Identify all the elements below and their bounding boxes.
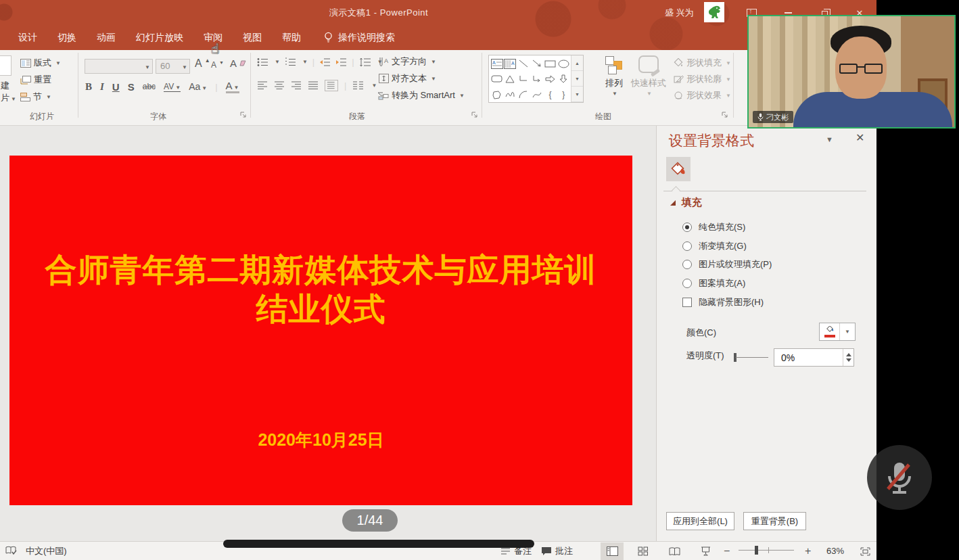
shape-curve-icon[interactable]: [532, 90, 542, 99]
transparency-value-box[interactable]: 0%: [774, 348, 854, 367]
shape-vertical-textbox-icon[interactable]: A: [504, 59, 516, 69]
zoom-slider-rail[interactable]: [739, 550, 794, 551]
option-picture-texture-fill[interactable]: 图片或纹理填充(P): [682, 258, 772, 271]
zoom-in-button[interactable]: +: [805, 542, 811, 560]
pane-close-icon[interactable]: ✕: [856, 131, 864, 144]
arrange-button[interactable]: 排列 ▼: [601, 55, 628, 97]
tab-slideshow[interactable]: 幻灯片放映: [126, 25, 193, 50]
shapes-scroll-up[interactable]: ▲: [571, 55, 583, 71]
reading-view-button[interactable]: [663, 542, 686, 560]
horizontal-scrollbar-thumb[interactable]: [223, 540, 534, 548]
zoom-level[interactable]: 63%: [826, 542, 844, 560]
pane-options-chevron-icon[interactable]: ▼: [826, 135, 833, 143]
italic-button[interactable]: I: [100, 81, 104, 93]
new-slide-label-partial-2[interactable]: 片▼: [1, 92, 16, 104]
spinner-down-icon[interactable]: [846, 358, 851, 362]
columns-caret[interactable]: ▼: [371, 83, 377, 89]
drawing-dialog-launcher[interactable]: [721, 111, 728, 118]
zoom-slider-handle[interactable]: [755, 546, 758, 555]
shape-right-brace-icon[interactable]: }: [562, 90, 565, 99]
decrease-indent-icon[interactable]: [319, 57, 331, 67]
shape-oval-icon[interactable]: [558, 60, 569, 68]
slideshow-view-button[interactable]: [694, 542, 717, 560]
fit-to-window-button[interactable]: [853, 542, 876, 560]
tab-help[interactable]: 帮助: [272, 25, 311, 50]
shape-arrow-icon[interactable]: [532, 59, 542, 68]
normal-view-button[interactable]: [601, 542, 624, 560]
bold-button[interactable]: B: [85, 81, 92, 93]
zoom-out-button[interactable]: −: [724, 542, 730, 560]
quick-styles-button[interactable]: 快速样式 ▼: [629, 55, 668, 97]
shape-outline-button[interactable]: 形状轮廓▼: [674, 73, 731, 85]
shape-down-arrow-icon[interactable]: [559, 74, 568, 84]
webcam-overlay[interactable]: 刁文彬: [747, 15, 956, 129]
radio-icon[interactable]: [682, 260, 692, 269]
tab-animations[interactable]: 动画: [87, 25, 126, 50]
layout-button[interactable]: 版式▼: [20, 57, 61, 69]
slide-date[interactable]: 2020年10月25日: [9, 429, 632, 451]
font-dialog-launcher[interactable]: [239, 111, 247, 118]
new-slide-label-partial-1[interactable]: 建: [1, 80, 9, 92]
font-size-combo[interactable]: 60▼: [156, 59, 190, 74]
line-spacing-icon[interactable]: [359, 57, 371, 67]
bullets-icon[interactable]: [257, 57, 268, 67]
shape-arc-icon[interactable]: [518, 90, 529, 99]
text-shadow-button[interactable]: S: [128, 81, 135, 93]
character-spacing-button[interactable]: AV▼: [164, 82, 181, 92]
color-dropdown-caret[interactable]: ▼: [845, 329, 850, 335]
reset-button[interactable]: 重置: [20, 74, 51, 86]
radio-icon[interactable]: [682, 279, 692, 288]
color-picker-button[interactable]: ▼: [819, 323, 856, 341]
underline-button[interactable]: U: [112, 81, 120, 93]
shape-left-brace-icon[interactable]: {: [548, 90, 551, 99]
reset-background-button[interactable]: 重置背景(B): [743, 512, 806, 530]
bullets-caret[interactable]: ▼: [275, 59, 280, 65]
radio-icon[interactable]: [682, 241, 692, 251]
justify-icon[interactable]: [308, 81, 319, 90]
shrink-font-button[interactable]: A▼: [211, 60, 224, 70]
comments-button[interactable]: 批注: [541, 542, 573, 560]
radio-selected-icon[interactable]: [682, 223, 692, 232]
align-right-icon[interactable]: [291, 81, 302, 90]
slide[interactable]: 合师青年第二期新媒体技术与应用培训 结业仪式 2020年10月25日: [9, 156, 632, 505]
shape-elbow-connector-icon[interactable]: [518, 74, 529, 84]
spinner-up-icon[interactable]: [846, 353, 851, 356]
text-direction-button[interactable]: A 文字方向▼: [379, 55, 436, 68]
language-indicator[interactable]: 中文(中国): [26, 542, 67, 560]
convert-smartart-button[interactable]: 转换为 SmartArt▼: [377, 89, 465, 101]
font-name-combo[interactable]: ▼: [85, 59, 153, 74]
option-hide-background-graphics[interactable]: 隐藏背景图形(H): [682, 296, 764, 308]
fill-section-header[interactable]: 填充: [670, 196, 702, 209]
tab-transitions[interactable]: 切换: [47, 25, 87, 50]
numbering-caret[interactable]: ▼: [302, 59, 308, 65]
shape-elbow-arrow-icon[interactable]: [532, 74, 542, 84]
tab-view[interactable]: 视图: [233, 25, 272, 50]
change-case-button[interactable]: Aa▼: [189, 81, 207, 92]
shape-effects-button[interactable]: 形状效果▼: [674, 89, 731, 101]
shape-scribble-icon[interactable]: [505, 90, 515, 99]
apply-to-all-button[interactable]: 应用到全部(L): [666, 512, 734, 530]
shape-freeform-icon[interactable]: [492, 90, 502, 99]
avatar[interactable]: [704, 2, 724, 22]
slide-title[interactable]: 合师青年第二期新媒体技术与应用培训 结业仪式: [9, 250, 632, 329]
shape-line-icon[interactable]: [518, 59, 529, 68]
slide-sorter-view-button[interactable]: [632, 542, 655, 560]
option-pattern-fill[interactable]: 图案填充(A): [682, 277, 745, 289]
shape-fill-button[interactable]: 形状填充▼: [674, 57, 731, 69]
shapes-scroll-down[interactable]: ▼: [571, 71, 583, 87]
new-slide-button-partial[interactable]: [0, 55, 11, 76]
tell-me-search[interactable]: 操作说明搜索: [323, 32, 395, 44]
align-center-icon[interactable]: [274, 81, 285, 90]
shapes-gallery-scrollbar[interactable]: ▲ ▼ ▼: [571, 55, 583, 102]
numbering-icon[interactable]: [285, 57, 296, 67]
shape-rounded-rectangle-icon[interactable]: [491, 74, 502, 83]
shapes-gallery[interactable]: A A { } ▲ ▼: [488, 55, 584, 103]
shapes-gallery-more[interactable]: ▼: [571, 87, 583, 102]
account-user-name[interactable]: 盛 兴为: [665, 7, 694, 19]
slide-canvas[interactable]: 合师青年第二期新媒体技术与应用培训 结业仪式 2020年10月25日 1/44: [0, 126, 656, 541]
spell-check-button[interactable]: [5, 542, 17, 560]
shape-triangle-icon[interactable]: [505, 74, 515, 84]
section-button[interactable]: 节▼: [20, 91, 51, 103]
strikethrough-button[interactable]: abc: [143, 82, 156, 91]
tab-design[interactable]: 设计: [8, 25, 47, 50]
